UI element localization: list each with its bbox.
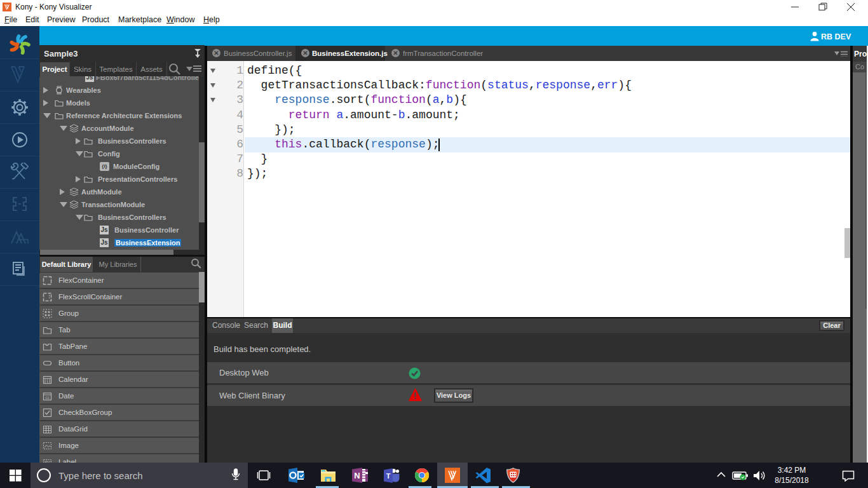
svg-text:N: N	[354, 471, 360, 480]
svg-text:T: T	[386, 472, 391, 480]
svg-text:02: 02	[45, 396, 50, 400]
